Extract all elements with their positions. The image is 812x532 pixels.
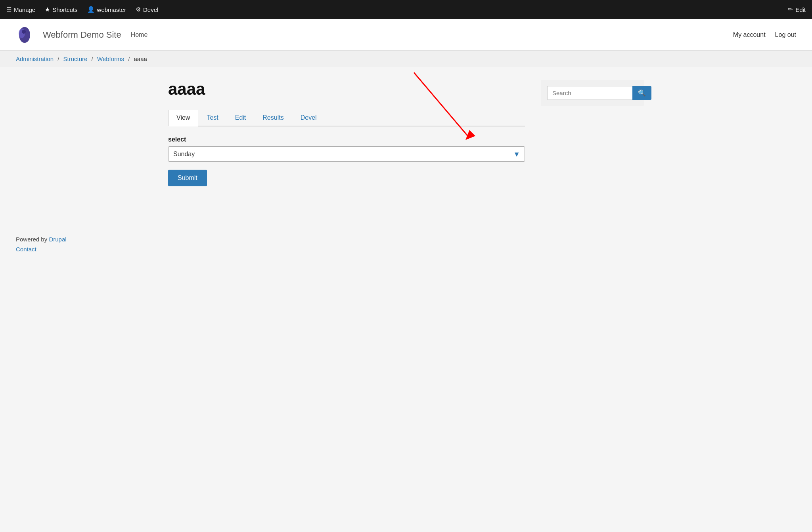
user-menu-item[interactable]: 👤 webmaster	[87, 6, 126, 13]
drupal-link[interactable]: Drupal	[49, 236, 66, 243]
hamburger-icon: ☰	[6, 6, 11, 13]
breadcrumb-sep-2: /	[92, 55, 93, 62]
main-wrapper: aaaa View Test Edit Results Devel select…	[152, 67, 660, 199]
site-logo	[16, 26, 33, 44]
powered-by-text: Powered by	[16, 236, 49, 243]
tab-devel[interactable]: Devel	[292, 110, 325, 126]
site-nav: Home	[131, 31, 148, 38]
breadcrumb-sep-1: /	[57, 55, 59, 62]
edit-label: Edit	[795, 6, 806, 13]
admin-bar-right[interactable]: ✏ Edit	[788, 6, 806, 13]
admin-bar-left: ☰ Manage ★ Shortcuts 👤 webmaster ⚙ Devel	[6, 6, 158, 13]
breadcrumb-current: aaaa	[134, 55, 147, 62]
footer-links: Contact	[16, 246, 796, 253]
site-header: Webform Demo Site Home My account Log ou…	[0, 19, 812, 51]
breadcrumb-admin-link[interactable]: Administration	[16, 55, 54, 62]
sidebar: 🔍	[541, 80, 644, 106]
search-button[interactable]: 🔍	[632, 86, 651, 100]
search-input-wrapper: 🔍	[547, 86, 638, 100]
logout-link[interactable]: Log out	[775, 31, 796, 38]
edit-icon: ✏	[788, 6, 793, 13]
tab-view[interactable]: View	[168, 110, 198, 126]
select-label: select	[168, 136, 525, 143]
user-label: webmaster	[97, 6, 126, 13]
breadcrumb-structure-link[interactable]: Structure	[63, 55, 88, 62]
breadcrumb-webforms-link[interactable]: Webforms	[97, 55, 124, 62]
main-content: aaaa View Test Edit Results Devel select…	[168, 80, 525, 186]
day-select[interactable]: Sunday Monday Tuesday Wednesday Thursday…	[168, 146, 525, 162]
search-input[interactable]	[547, 86, 632, 100]
contact-link[interactable]: Contact	[16, 246, 796, 253]
shortcuts-menu-item[interactable]: ★ Shortcuts	[45, 6, 77, 13]
submit-button[interactable]: Submit	[168, 170, 207, 186]
tab-test[interactable]: Test	[198, 110, 226, 126]
svg-point-3	[22, 30, 26, 34]
search-box: 🔍	[541, 80, 644, 106]
breadcrumb-sep-3: /	[128, 55, 130, 62]
tab-results[interactable]: Results	[254, 110, 292, 126]
site-header-left: Webform Demo Site Home	[16, 26, 147, 44]
site-header-right: My account Log out	[733, 31, 796, 38]
site-footer: Powered by Drupal Contact	[0, 223, 812, 265]
gear-icon: ⚙	[136, 6, 141, 13]
search-icon: 🔍	[638, 90, 646, 96]
select-wrapper: Sunday Monday Tuesday Wednesday Thursday…	[168, 146, 525, 162]
devel-menu-item[interactable]: ⚙ Devel	[136, 6, 158, 13]
home-nav-link[interactable]: Home	[131, 31, 148, 38]
user-icon: 👤	[87, 6, 95, 13]
form-area: select Sunday Monday Tuesday Wednesday T…	[168, 136, 525, 186]
admin-bar: ☰ Manage ★ Shortcuts 👤 webmaster ⚙ Devel…	[0, 0, 812, 19]
page-title: aaaa	[168, 80, 525, 99]
devel-label: Devel	[143, 6, 158, 13]
manage-menu-item[interactable]: ☰ Manage	[6, 6, 35, 13]
site-name: Webform Demo Site	[43, 30, 121, 40]
shortcuts-label: Shortcuts	[52, 6, 77, 13]
star-icon: ★	[45, 6, 50, 13]
breadcrumb: Administration / Structure / Webforms / …	[0, 51, 812, 67]
tab-edit[interactable]: Edit	[227, 110, 255, 126]
powered-by: Powered by Drupal	[16, 236, 796, 243]
manage-label: Manage	[14, 6, 35, 13]
my-account-link[interactable]: My account	[733, 31, 766, 38]
tabs: View Test Edit Results Devel	[168, 110, 525, 126]
